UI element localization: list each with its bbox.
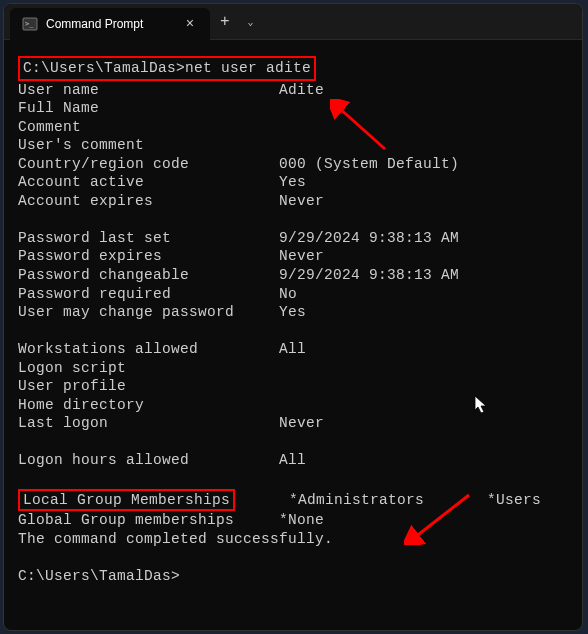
output-row: Full Name [18, 99, 568, 118]
prompt-line: C:\Users\TamalDas>net user adite [18, 56, 568, 81]
blank-row [18, 322, 568, 341]
tab-dropdown-icon[interactable]: ⌄ [240, 16, 262, 28]
output-row: Logon script [18, 359, 568, 378]
prompt-line: C:\Users\TamalDas> [18, 567, 568, 586]
output-row: Password last set 9/29/2024 9:38:13 AM [18, 229, 568, 248]
blank-row [18, 433, 568, 452]
output-row: User may change password Yes [18, 303, 568, 322]
output-row: Logon hours allowed All [18, 451, 568, 470]
local-group-highlight: Local Group Memberships [18, 489, 235, 512]
output-row: Password required No [18, 285, 568, 304]
tab-title: Command Prompt [46, 17, 174, 31]
command-highlight: C:\Users\TamalDas>net user adite [18, 56, 316, 81]
output-row: Comment [18, 118, 568, 137]
output-row: Workstations allowed All [18, 340, 568, 359]
output-row: The command completed successfully. [18, 530, 568, 549]
blank-row [18, 548, 568, 567]
output-row: User's comment [18, 136, 568, 155]
output-row: Home directory [18, 396, 568, 415]
output-row: Password changeable 9/29/2024 9:38:13 AM [18, 266, 568, 285]
output-row: User name Adite [18, 81, 568, 100]
output-row: Account active Yes [18, 173, 568, 192]
output-row: Last logon Never [18, 414, 568, 433]
titlebar: >_ Command Prompt × + ⌄ [4, 4, 582, 40]
blank-row [18, 210, 568, 229]
blank-row [18, 470, 568, 489]
terminal-content[interactable]: C:\Users\TamalDas>net user adite User na… [4, 40, 582, 601]
cmd-icon: >_ [22, 16, 38, 32]
terminal-window: >_ Command Prompt × + ⌄ C:\Users\TamalDa… [3, 3, 583, 631]
output-row: User profile [18, 377, 568, 396]
tab-command-prompt[interactable]: >_ Command Prompt × [10, 8, 210, 40]
output-row: Country/region code 000 (System Default) [18, 155, 568, 174]
close-icon[interactable]: × [182, 16, 198, 32]
output-row: Global Group memberships *None [18, 511, 568, 530]
output-row: Account expires Never [18, 192, 568, 211]
new-tab-button[interactable]: + [210, 13, 240, 31]
output-row: Local Group Memberships *Administrators … [18, 489, 568, 512]
output-row: Password expires Never [18, 247, 568, 266]
svg-text:>_: >_ [25, 20, 34, 28]
